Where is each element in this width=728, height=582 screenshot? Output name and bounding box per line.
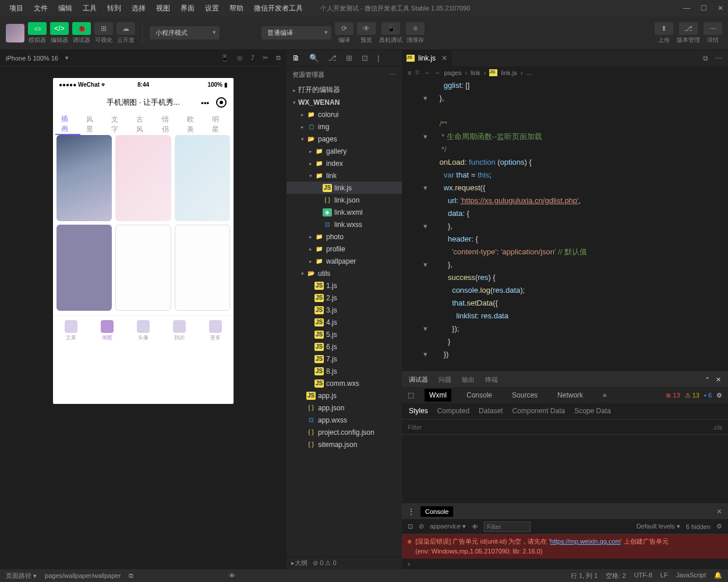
search-icon[interactable]: 🔍 <box>309 54 319 62</box>
upload-button[interactable]: ⬆ <box>655 22 673 35</box>
page-path[interactable]: pages/wallpaper/wallpaper <box>45 572 121 579</box>
console-close-icon[interactable]: ✕ <box>716 508 722 516</box>
gear-icon[interactable]: ⚙ <box>716 392 722 399</box>
file-link-wxml[interactable]: ◈link.wxml <box>287 206 402 218</box>
eye-icon[interactable]: 👁 <box>472 523 478 530</box>
compile-select[interactable]: 普通编译 <box>261 26 331 40</box>
remote-debug-button[interactable]: 📱 <box>381 22 400 35</box>
wallpaper-item[interactable] <box>115 225 171 311</box>
file-appjs[interactable]: JSapp.js <box>287 389 402 402</box>
info-count[interactable]: ▪ 6 <box>704 392 712 399</box>
maximize-icon[interactable]: ☐ <box>701 4 707 12</box>
computed-tab[interactable]: Computed <box>437 407 469 416</box>
error-count[interactable]: ⊗ 13 <box>666 392 680 399</box>
menu-interface[interactable]: 界面 <box>176 1 199 16</box>
console-prompt[interactable]: › <box>402 559 728 569</box>
more-actions-icon[interactable]: ⋯ <box>390 71 396 79</box>
dp-tab-terminal[interactable]: 终端 <box>485 375 498 384</box>
menu-file[interactable]: 文件 <box>29 1 52 16</box>
avatar[interactable] <box>6 24 24 42</box>
console-gear-icon[interactable]: ⚙ <box>716 523 722 530</box>
styles-tab[interactable]: Styles <box>409 407 428 416</box>
folder-img[interactable]: ▸▢img <box>287 120 402 133</box>
file-appwxss[interactable]: ⊡app.wxss <box>287 414 402 426</box>
git-icon[interactable]: ⎇ <box>328 54 337 62</box>
section-project[interactable]: ▾WX_WENAN <box>287 96 402 108</box>
menu-help[interactable]: 帮助 <box>225 1 248 16</box>
preview-button[interactable]: 👁 <box>357 22 376 35</box>
tabbar-wallpaper[interactable]: 潮图 <box>101 320 114 342</box>
folder-profile[interactable]: ▸📁profile <box>287 243 402 255</box>
collapse-icon[interactable]: ⌃ <box>705 376 710 384</box>
language[interactable]: JavaScript <box>676 572 706 580</box>
file-appjson[interactable]: { }app.json <box>287 402 402 414</box>
ext-icon[interactable]: ⊞ <box>346 54 352 62</box>
wallpaper-item[interactable] <box>56 135 112 221</box>
phone-simulator[interactable]: ●●●●● WeChat ᯤ 8:44 100% ▮ 手机潮图 · 让手机秀..… <box>53 78 234 404</box>
outline-section[interactable]: ▸ 大纲 ⊘ 0 ⚠ 0 <box>287 556 402 569</box>
dps-more[interactable]: » <box>598 389 612 402</box>
file-2js[interactable]: JS2.js <box>287 292 402 304</box>
tabbar-mine[interactable]: 我的 <box>173 320 186 342</box>
code-editor[interactable]: ▾▾▾▾▾▾▾ gglist: [] }, /** * 生命周期函数--监听页面… <box>402 79 728 371</box>
console-tab[interactable]: Console <box>420 506 453 517</box>
copy-path-icon[interactable]: ⧉ <box>129 572 133 580</box>
tab-couple[interactable]: 情侣 <box>156 115 181 134</box>
explorer-icon[interactable]: 🗎 <box>292 54 300 62</box>
menu-view[interactable]: 视图 <box>151 1 175 16</box>
dps-wxml[interactable]: Wxml <box>425 389 451 402</box>
mode-select[interactable]: 小程序模式 <box>150 26 220 40</box>
breadcrumb-link[interactable]: link <box>471 69 480 76</box>
eol[interactable]: LF <box>660 572 668 580</box>
file-commwxs[interactable]: JScomm.wxs <box>287 377 402 389</box>
error-link[interactable]: https://mp.weixin.qq.com <box>550 538 621 545</box>
split-icon[interactable]: ⧉ <box>703 54 708 62</box>
fwd-icon[interactable]: → <box>434 69 440 76</box>
copy-icon[interactable]: ⧉ <box>276 54 281 62</box>
indent[interactable]: 空格: 2 <box>606 572 625 580</box>
close-tab-icon[interactable]: ✕ <box>441 54 447 62</box>
minimize-icon[interactable]: — <box>683 4 690 12</box>
close-icon[interactable]: ✕ <box>718 4 723 12</box>
clear-console-icon[interactable]: ⊘ <box>419 523 424 530</box>
folder-colorui[interactable]: ▸📁colorui <box>287 108 402 120</box>
tabbar-more[interactable]: 更多 <box>209 320 222 342</box>
wallpaper-item[interactable] <box>56 225 112 311</box>
folder-photo[interactable]: ▸📁photo <box>287 230 402 243</box>
dps-console[interactable]: Console <box>462 389 497 402</box>
tabbar-avatar[interactable]: 头像 <box>137 320 150 342</box>
file-sitemap[interactable]: { }sitemap.json <box>287 438 402 450</box>
menu-project[interactable]: 项目 <box>5 1 28 16</box>
folder-index[interactable]: ▸📁index <box>287 157 402 169</box>
target-icon[interactable] <box>216 97 227 108</box>
editor-tab-linkjs[interactable]: JS link.js ✕ <box>402 50 452 66</box>
menu-tool[interactable]: 工具 <box>78 1 101 16</box>
hidden-count[interactable]: 6 hidden <box>686 523 711 530</box>
inspect-icon[interactable]: ⬚ <box>408 391 414 399</box>
more-icon[interactable]: ⊡ <box>362 54 368 62</box>
version-button[interactable]: ⎇ <box>679 22 698 35</box>
file-project-config[interactable]: { }project.config.json <box>287 426 402 438</box>
location-icon[interactable]: ◎ <box>237 54 243 62</box>
menu-settings[interactable]: 设置 <box>200 1 224 16</box>
dp-tab-problems[interactable]: 问题 <box>439 375 451 384</box>
file-4js[interactable]: JS4.js <box>287 316 402 328</box>
tabbar-text[interactable]: 文案 <box>65 320 77 342</box>
context-select[interactable]: appservice ▾ <box>430 523 466 530</box>
tab-star[interactable]: 明星 <box>206 115 231 134</box>
tab-ancient[interactable]: 古风 <box>130 115 156 134</box>
dataset-tab[interactable]: Dataset <box>479 407 503 416</box>
simulator-toggle[interactable]: ▭ <box>28 22 47 35</box>
dp-tab-output[interactable]: 输出 <box>462 375 475 384</box>
visual-toggle[interactable]: ⊞ <box>94 22 113 35</box>
dps-network[interactable]: Network <box>553 389 588 402</box>
wallpaper-item[interactable] <box>115 135 171 221</box>
bell-icon[interactable]: 🔔 <box>714 572 722 580</box>
folder-gallery[interactable]: ▸📁gallery <box>287 145 402 157</box>
menu-edit[interactable]: 编辑 <box>54 1 77 16</box>
cls-toggle[interactable]: .cls <box>713 424 723 431</box>
device-label[interactable]: iPhone 5 100% 16 <box>6 55 58 62</box>
wallpaper-item[interactable] <box>175 225 230 311</box>
file-1js[interactable]: JS1.js <box>287 279 402 292</box>
page-path-label[interactable]: 页面路径 ▾ <box>6 572 37 580</box>
